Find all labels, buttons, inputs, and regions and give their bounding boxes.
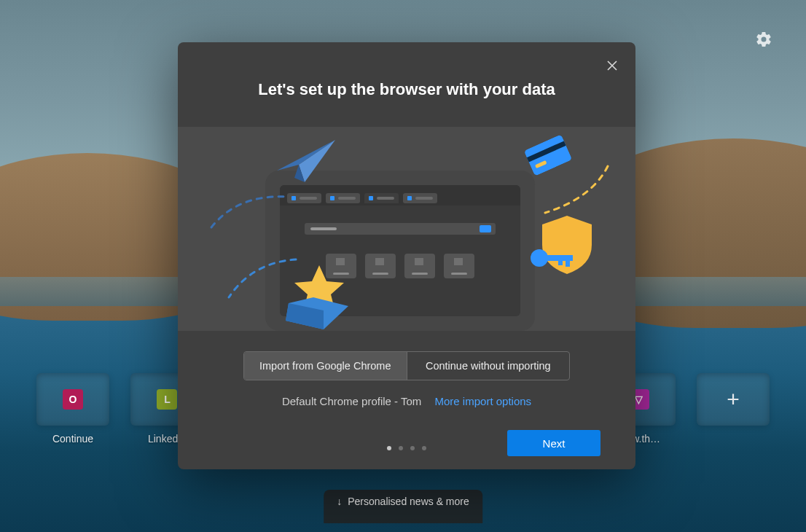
news-expand-pill[interactable]: ↓ Personalised news & more [324, 490, 482, 523]
svg-rect-9 [566, 255, 570, 267]
page-indicator [387, 446, 426, 450]
paper-plane-icon [273, 136, 338, 188]
plus-icon: + [727, 388, 740, 410]
setup-dialog: Let's set up the browser with your data [178, 42, 635, 469]
plane-trail [208, 191, 296, 235]
import-chrome-button[interactable]: Import from Google Chrome [244, 352, 407, 380]
settings-button[interactable] [752, 28, 775, 51]
profile-info-row: Default Chrome profile - Tom More import… [178, 395, 635, 407]
shield-key-graphic [526, 216, 593, 286]
svg-rect-10 [558, 255, 563, 265]
next-button[interactable]: Next [507, 430, 600, 456]
gear-icon [755, 31, 772, 48]
card-trail [541, 162, 614, 220]
tile-label [732, 433, 735, 445]
news-pill-label: Personalised news & more [348, 496, 469, 507]
tile-label: Continue [52, 433, 93, 445]
more-import-options-link[interactable]: More import options [435, 395, 532, 407]
import-choice-group: Import from Google Chrome Continue witho… [243, 351, 570, 380]
tile-favicon: L [157, 389, 177, 410]
folder-trail [223, 255, 303, 306]
tile-favicon: O [63, 389, 83, 410]
dialog-title: Let's set up the browser with your data [178, 80, 635, 99]
continue-without-import-button[interactable]: Continue without importing [407, 352, 570, 380]
default-profile-text: Default Chrome profile - Tom [282, 395, 421, 407]
close-button[interactable] [602, 55, 622, 76]
speed-dial-tile[interactable]: O Continue [29, 373, 117, 445]
close-icon [606, 60, 618, 71]
speed-dial-add[interactable]: + [689, 373, 777, 445]
svg-marker-1 [299, 140, 335, 182]
arrow-down-icon: ↓ [337, 496, 342, 507]
illustration-panel [178, 127, 635, 331]
